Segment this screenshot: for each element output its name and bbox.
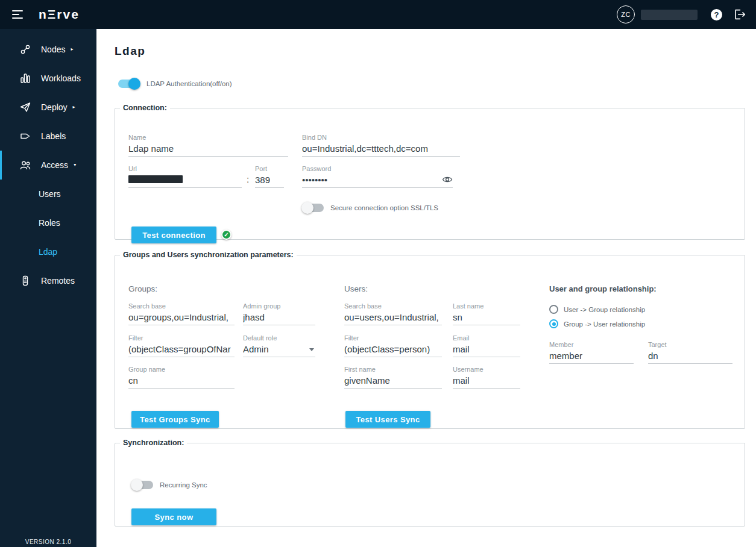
user-group-radio[interactable]: User -> Group relationship (549, 305, 645, 314)
sidebar: Nodes Workloads Deploy (0, 29, 96, 547)
menu-icon[interactable] (12, 8, 25, 21)
user-group-radio-label: User -> Group relationship (564, 306, 645, 313)
redacted-username (641, 10, 698, 20)
sidebar-item-label: Nodes (41, 45, 65, 54)
connection-legend: Connection: (120, 104, 170, 112)
sidebar-item-remotes[interactable]: Remotes (0, 266, 96, 295)
default-role-select[interactable]: Admin (243, 344, 315, 357)
ldap-auth-toggle[interactable] (118, 80, 140, 88)
sidebar-item-label: Remotes (41, 276, 75, 286)
first-name-input[interactable]: givenName (344, 375, 442, 389)
first-name-label: First name (344, 366, 442, 373)
recurring-sync-toggle[interactable] (131, 481, 153, 489)
chevron-right-icon (71, 47, 73, 52)
groups-search-base-label: Search base (128, 302, 235, 310)
port-field-block: Port 389 (255, 165, 284, 188)
sidebar-item-users[interactable]: Users (0, 180, 96, 208)
test-users-sync-button[interactable]: Test Users Sync (345, 411, 430, 428)
admin-group-block: Admin group jhasd (243, 302, 315, 325)
url-label: Url (128, 165, 242, 172)
url-input[interactable] (128, 175, 242, 188)
email-block: Email mail (453, 334, 520, 357)
sidebar-item-labels[interactable]: Labels (0, 122, 96, 151)
chevron-right-icon (73, 105, 75, 110)
bind-dn-label: Bind DN (302, 134, 460, 141)
users-filter-input[interactable]: (objectClass=person) (344, 344, 442, 357)
member-input[interactable]: member (549, 351, 634, 364)
member-block: Member member (549, 341, 634, 364)
first-name-block: First name givenName (344, 366, 442, 389)
group-user-radio-label: Group -> User relationship (564, 320, 645, 328)
sidebar-item-access[interactable]: Access (0, 151, 96, 180)
sidebar-item-label: Ldap (39, 247, 57, 257)
page-title: Ldap (115, 45, 756, 58)
access-icon (19, 159, 31, 171)
sidebar-item-ldap[interactable]: Ldap (0, 237, 96, 266)
test-groups-sync-button[interactable]: Test Groups Sync (131, 411, 219, 428)
test-connection-button[interactable]: Test connection (131, 227, 216, 243)
ssl-toggle-label: Secure connection option SSL/TLS (330, 204, 438, 211)
recurring-sync-label: Recurring Sync (160, 481, 207, 489)
help-icon[interactable]: ? (711, 9, 722, 20)
bind-dn-input[interactable]: ou=Industrial,dc=tttech,dc=com (302, 143, 460, 157)
synchronization-legend: Synchronization: (120, 439, 187, 447)
password-label: Password (302, 165, 453, 172)
deploy-icon (19, 101, 31, 113)
connection-success-icon (221, 230, 232, 240)
groups-search-base-input[interactable]: ou=groups,ou=Industrial, (128, 312, 235, 325)
nerve-logo: nΞrve (39, 7, 80, 22)
groups-filter-input[interactable]: (objectClass=groupOfNar (128, 344, 235, 357)
name-field-block: Name Ldap name (128, 134, 288, 157)
users-filter-block: Filter (objectClass=person) (344, 334, 442, 357)
ssl-toggle[interactable] (302, 204, 324, 212)
sidebar-item-label: Deploy (41, 102, 68, 112)
group-name-label: Group name (128, 366, 235, 373)
groups-heading: Groups: (128, 284, 157, 293)
last-name-input[interactable]: sn (453, 312, 520, 325)
username-block: Username mail (453, 366, 520, 389)
logout-icon[interactable] (733, 8, 746, 21)
sidebar-item-deploy[interactable]: Deploy (0, 93, 96, 122)
groups-filter-block: Filter (objectClass=groupOfNar (128, 334, 235, 357)
url-field-block: Url (128, 165, 242, 188)
last-name-label: Last name (453, 302, 520, 310)
nodes-icon (19, 43, 31, 55)
radio-icon (549, 305, 558, 314)
password-input[interactable]: •••••••• (302, 175, 453, 188)
connection-section: Connection: Name Ldap name Bind DN ou=In… (115, 104, 745, 240)
target-label: Target (648, 341, 732, 348)
sidebar-item-label: Labels (41, 131, 66, 141)
sidebar-item-workloads[interactable]: Workloads (0, 64, 96, 93)
sidebar-item-nodes[interactable]: Nodes (0, 35, 96, 64)
users-search-base-input[interactable]: ou=users,ou=Industrial, (344, 312, 442, 325)
show-password-icon[interactable] (442, 174, 453, 185)
users-heading: Users: (344, 284, 368, 293)
version-label: VERSION 2.1.0 (0, 539, 96, 545)
radio-selected-icon (549, 319, 558, 328)
redacted-url-value (128, 175, 183, 183)
group-name-input[interactable]: cn (128, 375, 235, 389)
ldap-auth-toggle-label: LDAP Authentication(off/on) (146, 80, 232, 87)
admin-group-input[interactable]: jhasd (243, 312, 315, 325)
email-label: Email (453, 334, 520, 342)
port-input[interactable]: 389 (255, 175, 284, 188)
email-input[interactable]: mail (453, 344, 520, 357)
remotes-icon (19, 275, 31, 287)
password-field-block: Password •••••••• (302, 165, 453, 188)
sync-parameters-section: Groups and Users synchronization paramet… (115, 251, 745, 429)
recurring-sync-toggle-row: Recurring Sync (131, 481, 207, 489)
sync-parameters-legend: Groups and Users synchronization paramet… (120, 251, 297, 259)
group-user-radio[interactable]: Group -> User relationship (549, 319, 645, 328)
groups-search-base-block: Search base ou=groups,ou=Industrial, (128, 302, 235, 325)
group-name-block: Group name cn (128, 366, 235, 389)
ldap-auth-toggle-row: LDAP Authentication(off/on) (118, 80, 756, 88)
name-input[interactable]: Ldap name (128, 143, 288, 157)
app-window: nΞrve ZC ? Nodes (0, 0, 756, 547)
sidebar-item-label: Access (41, 160, 68, 170)
username-input[interactable]: mail (453, 375, 520, 389)
sync-now-button[interactable]: Sync now (131, 508, 216, 525)
target-input[interactable]: dn (648, 351, 732, 364)
default-role-block: Default role Admin (243, 334, 315, 357)
sidebar-item-roles[interactable]: Roles (0, 208, 96, 237)
avatar[interactable]: ZC (617, 5, 635, 23)
